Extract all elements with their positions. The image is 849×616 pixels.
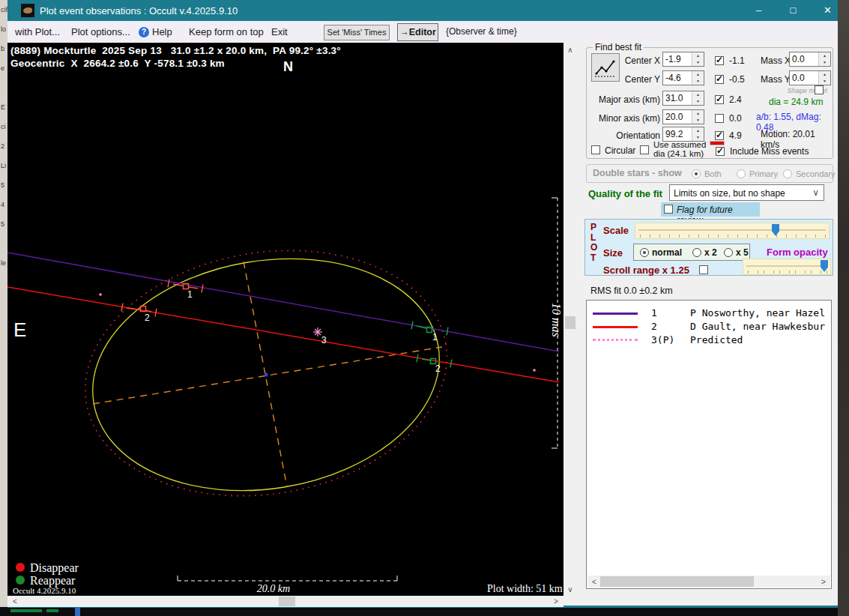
double-both-radio[interactable]: [692, 169, 701, 178]
size-radio-group: normal x 2 x 5: [633, 244, 750, 261]
minor-fit-checkbox[interactable]: [715, 114, 724, 123]
scroll-right-arrow[interactable]: >: [552, 596, 561, 607]
menu-with-plot[interactable]: with Plot...: [15, 26, 60, 37]
menu-plot-options[interactable]: Plot options...: [71, 26, 130, 37]
observer-name: D Gault, near Hawkesbur: [690, 321, 825, 332]
form-opacity-ticks: [748, 271, 827, 274]
use-assumed-label-1: Use assumed: [653, 140, 706, 149]
spin-up-icon[interactable]: [692, 71, 704, 78]
form-opacity-slider[interactable]: [743, 259, 831, 275]
shape-model-checkbox[interactable]: [815, 85, 824, 94]
orientation-spinner[interactable]: 99.2: [662, 127, 704, 142]
scroll-left-arrow[interactable]: <: [590, 576, 599, 588]
spin-down-icon[interactable]: [692, 78, 704, 85]
mass-y-spinner[interactable]: 0.0: [789, 70, 831, 85]
size-x5-label: x 5: [736, 247, 749, 258]
spin-down-icon[interactable]: [819, 59, 830, 66]
disappear-legend-label: Disappear: [30, 561, 79, 575]
spin-up-icon[interactable]: [692, 127, 704, 134]
scroll-right-arrow[interactable]: >: [819, 576, 828, 588]
minimize-button[interactable]: –: [742, 0, 776, 21]
orientation-fit-checkbox[interactable]: [715, 131, 724, 140]
scale-slider[interactable]: [635, 223, 830, 239]
observer-2-line-swatch: [593, 326, 638, 328]
center-y-fit-checkbox[interactable]: [715, 75, 724, 84]
center-x-label: Center X: [597, 55, 660, 66]
use-assumed-checkbox[interactable]: [640, 145, 649, 154]
mass-x-spinner[interactable]: 0.0: [789, 52, 831, 67]
circular-label: Circular: [605, 145, 635, 156]
occult-plot-window: Plot event observations : Occult v.4.202…: [7, 0, 838, 608]
titlebar[interactable]: Plot event observations : Occult v.4.202…: [7, 0, 838, 21]
observer-row[interactable]: 3(P) Predicted: [587, 333, 831, 347]
disappear-label-2: 2: [145, 312, 150, 323]
hscroll-thumb[interactable]: [279, 597, 295, 606]
maximize-button[interactable]: □: [776, 0, 810, 21]
circular-checkbox[interactable]: [591, 145, 600, 154]
plot-hscrollbar[interactable]: < >: [7, 596, 564, 607]
double-stars-label: Double stars - show: [593, 168, 682, 178]
scale-slider-track: [638, 229, 826, 231]
disappear-legend-dot: [16, 563, 25, 572]
plot-canvas[interactable]: (8889) Mockturtle 2025 Sep 13 31.0 ±1.2 …: [7, 43, 564, 596]
find-best-fit-group: Find best fit Center X -1.9 -1.1 Mass X: [586, 47, 833, 159]
quality-combobox[interactable]: Limits on size, but no shape ∨: [669, 184, 824, 201]
observer-number: 2: [651, 321, 657, 332]
center-x-fit-checkbox[interactable]: [715, 56, 724, 65]
observer-row[interactable]: 1 P Nosworthy, near Hazel: [587, 307, 831, 320]
listbox-hscroll-thumb[interactable]: [600, 576, 754, 587]
center-y-spinner[interactable]: -4.6: [662, 70, 704, 85]
size-normal-radio[interactable]: [640, 248, 649, 257]
reappear-legend-dot: [16, 576, 25, 585]
spin-down-icon[interactable]: [819, 78, 830, 85]
spin-up-icon[interactable]: [819, 52, 830, 59]
minor-fit-value: 0.0: [729, 113, 742, 124]
double-secondary-radio[interactable]: [783, 169, 792, 178]
size-x5-radio[interactable]: [724, 248, 733, 257]
listbox-hscrollbar[interactable]: < >: [587, 576, 830, 588]
background-fragment: [46, 609, 58, 612]
double-both-label: Both: [704, 169, 722, 178]
include-miss-checkbox[interactable]: [716, 147, 725, 156]
menu-help[interactable]: Help: [152, 26, 172, 37]
major-axis-label: Major axis (km): [588, 94, 660, 105]
scroll-range-checkbox[interactable]: [699, 265, 708, 274]
disappear-label-1: 1: [187, 289, 193, 300]
size-x2-radio[interactable]: [692, 248, 701, 257]
spin-down-icon[interactable]: [692, 117, 704, 124]
spin-up-icon[interactable]: [692, 110, 704, 117]
observer-row[interactable]: 2 D Gault, near Hawkesbur: [587, 320, 831, 333]
center-x-spinner[interactable]: -1.9: [662, 52, 704, 67]
double-primary-radio[interactable]: [737, 169, 746, 178]
scroll-left-arrow[interactable]: <: [10, 596, 19, 607]
plot-width-label: Plot width: 51 km: [487, 583, 563, 594]
close-button[interactable]: ✕: [811, 0, 845, 21]
chevron-down-icon: ∨: [812, 187, 819, 198]
use-assumed-label-2: dia (24.1 km): [653, 149, 704, 158]
spin-up-icon[interactable]: [692, 91, 704, 98]
double-stars-group: Double stars - show Both Primary Seconda…: [586, 164, 833, 183]
vscroll-thumb[interactable]: [565, 316, 575, 329]
major-axis-spinner[interactable]: 31.0: [662, 91, 704, 106]
form-opacity-label: Form opacity: [767, 247, 828, 258]
flag-review-checkbox[interactable]: [664, 205, 673, 214]
center-y-fit-value: -0.5: [729, 74, 745, 85]
menu-keep-on-top[interactable]: Keep form on top: [189, 26, 264, 37]
scroll-up-arrow[interactable]: ∧: [564, 44, 577, 55]
spin-up-icon[interactable]: [692, 52, 704, 59]
spin-up-icon[interactable]: [819, 71, 830, 78]
spin-down-icon[interactable]: [692, 59, 704, 66]
editor-button[interactable]: →Editor: [397, 23, 438, 41]
spin-down-icon[interactable]: [692, 98, 704, 105]
observer-listbox[interactable]: 1 P Nosworthy, near Hazel 2 D Gault, nea…: [586, 300, 832, 589]
major-fit-checkbox[interactable]: [715, 95, 724, 104]
quality-value: Limits on size, but no shape: [674, 188, 785, 199]
desktop-background: [838, 0, 849, 616]
menu-exit[interactable]: Exit: [271, 26, 288, 37]
minor-axis-spinner[interactable]: 20.0: [662, 109, 704, 124]
double-primary-label: Primary: [749, 169, 778, 178]
plot-vscrollbar[interactable]: ∧ ∨: [564, 43, 577, 596]
center-y-label: Center Y: [597, 74, 660, 85]
scroll-down-arrow[interactable]: ∨: [564, 584, 577, 595]
set-miss-times-button[interactable]: Set 'Miss' Times: [324, 25, 390, 40]
